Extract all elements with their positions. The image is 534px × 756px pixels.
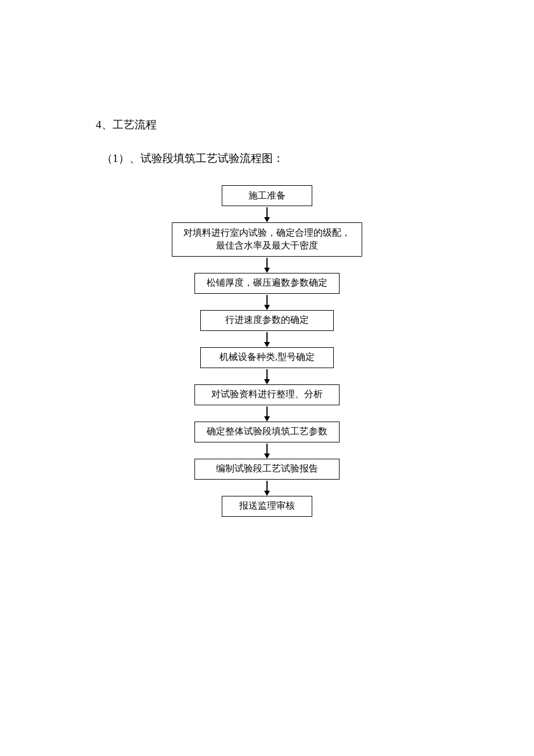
section-subheading: （1）、试验段填筑工艺试验流程图： (96, 150, 438, 167)
process-flowchart: 施工准备 对填料进行室内试验，确定合理的级配，最佳含水率及最大干密度 松铺厚度，… (96, 185, 438, 517)
flow-arrow (264, 444, 270, 459)
flow-node-material-test: 对填料进行室内试验，确定合理的级配，最佳含水率及最大干密度 (172, 222, 362, 257)
flow-arrow (264, 406, 270, 422)
flow-node-analyze: 对试验资料进行整理、分析 (194, 384, 340, 405)
flow-node-determine-params: 确定整体试验段填筑工艺参数 (194, 422, 340, 442)
flow-node-speed-params: 行进速度参数的确定 (200, 310, 334, 331)
flow-arrow (264, 207, 270, 222)
document-page: 4、工艺流程 （1）、试验段填筑工艺试验流程图： 施工准备 对填料进行室内试验，… (0, 0, 534, 575)
flow-node-compile-report: 编制试验段工艺试验报告 (194, 459, 340, 480)
flow-node-submit-review: 报送监理审核 (222, 496, 312, 517)
section-heading: 4、工艺流程 (96, 116, 438, 134)
flow-node-start: 施工准备 (222, 185, 312, 206)
flow-arrow (264, 295, 270, 310)
flow-arrow (264, 332, 270, 347)
flow-arrow (264, 481, 270, 496)
flow-arrow (264, 258, 270, 273)
flow-node-thickness-params: 松铺厚度，碾压遍数参数确定 (194, 273, 340, 294)
flow-node-equipment: 机械设备种类,型号确定 (200, 347, 334, 368)
flow-arrow (264, 369, 270, 384)
